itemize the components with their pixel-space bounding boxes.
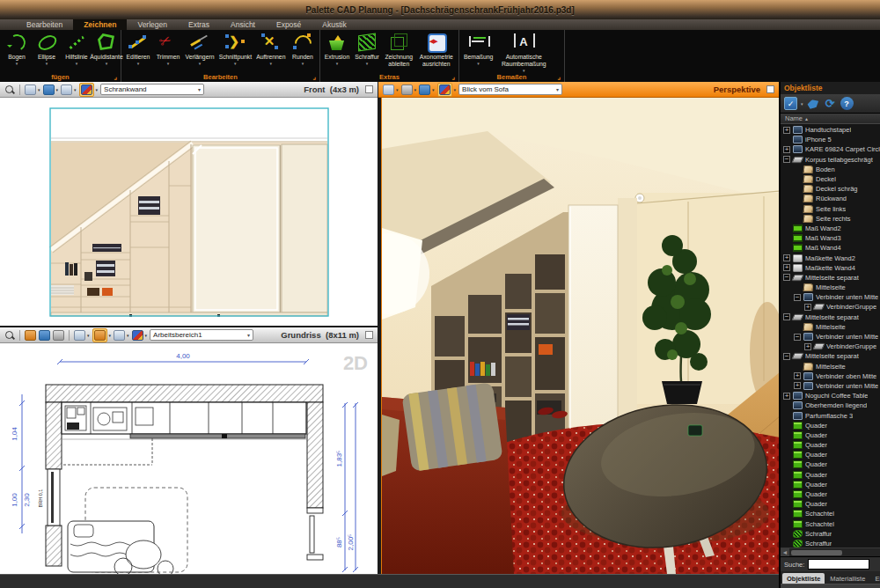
tree-item[interactable]: iPhone 5 (781, 135, 880, 144)
view-mode-icon[interactable] (383, 85, 394, 95)
chevron-down-icon[interactable]: ▾ (74, 87, 77, 92)
display-mode-icon[interactable] (401, 85, 413, 95)
ribbon-button[interactable]: Automatische Raumbemaßung ▾ (495, 30, 552, 70)
tree-item[interactable]: Rückwand (781, 194, 880, 203)
dialog-launcher-icon[interactable]: ⌟ (557, 73, 561, 81)
tree-expander[interactable]: − (783, 353, 790, 360)
tree-item[interactable]: Quader (781, 421, 880, 430)
tree-item[interactable]: Maß Wand3 (781, 233, 880, 243)
refresh-icon[interactable]: ⟳ (824, 97, 837, 110)
scrollbar-thumb[interactable] (791, 550, 842, 555)
view-mode-icon[interactable] (25, 85, 36, 95)
chevron-down-icon[interactable]: ▾ (87, 333, 90, 338)
dialog-launcher-icon[interactable]: ⌟ (451, 73, 455, 81)
tree-item[interactable]: Quader (781, 480, 880, 489)
tree-item[interactable]: + Verbinder unten Mitte (781, 381, 880, 391)
tree-item[interactable]: + Handtuchstapel (781, 125, 880, 135)
projection-icon[interactable] (61, 85, 72, 95)
tree-item[interactable]: Boden (781, 165, 880, 174)
tree-item[interactable]: Quader (781, 430, 880, 440)
tree-item[interactable]: + VerbinderGruppe (781, 342, 880, 351)
ribbon-button[interactable]: Zeichnung ableiten (382, 30, 416, 70)
tree-item[interactable]: Quader (781, 459, 880, 469)
tree-expander[interactable]: + (783, 254, 790, 261)
zoom-icon[interactable] (4, 85, 15, 95)
ribbon-button[interactable]: Axonometrie ausrichten (416, 30, 457, 70)
scroll-left-icon[interactable]: ◄ (781, 548, 789, 557)
tree-item[interactable]: − Mittelseite separat (781, 273, 880, 283)
tree-item[interactable]: − Korpus teilabgeschrägt (781, 155, 880, 165)
perspective-view-canvas[interactable] (381, 98, 779, 574)
chevron-down-icon[interactable]: ▾ (454, 87, 457, 92)
tree-expander[interactable]: − (794, 334, 801, 341)
tree-item[interactable]: − Mittelseite separat (781, 351, 880, 361)
chevron-down-icon[interactable]: ▾ (56, 87, 59, 92)
ribbon-button[interactable]: Schraffur ▾ (352, 30, 382, 70)
ribbon-button[interactable]: Trimmen ▾ (153, 30, 183, 70)
chevron-down-icon[interactable]: ▾ (38, 87, 40, 92)
tree-item[interactable]: Mittelseite (781, 362, 880, 371)
pan-icon[interactable] (39, 330, 50, 341)
tree-item[interactable]: Quader (781, 450, 880, 459)
help-icon[interactable]: ? (840, 97, 854, 110)
tree-expander[interactable]: + (804, 304, 811, 311)
dialog-launcher-icon[interactable]: ⌟ (114, 73, 117, 81)
tree-item[interactable]: + Verbinder oben Mitte (781, 371, 880, 381)
tree-expander[interactable]: − (783, 156, 790, 163)
column-header-name[interactable]: Name ▲ (781, 114, 880, 124)
projection-icon[interactable] (419, 85, 430, 95)
ribbon-button[interactable]: Bemaßung ▾ (461, 30, 495, 70)
tree-item[interactable]: − Verbinder unten Mitte (781, 332, 880, 342)
view-preset-select-plan[interactable]: Arbeitsbereich1▾ (150, 329, 253, 341)
tree-item[interactable]: Schachtel (781, 509, 880, 518)
ribbon-button[interactable]: Äquidistante ▾ (92, 30, 121, 70)
menu-tab[interactable]: Akustik (312, 19, 356, 30)
tree-expander[interactable]: + (783, 146, 790, 153)
view-preset-select-perspective[interactable]: Blick vom Sofa▾ (458, 84, 562, 95)
menu-tab[interactable]: Bearbeiten (16, 19, 73, 30)
tree-item[interactable]: Deckel (781, 174, 880, 184)
tree-item[interactable]: − Verbinder unten Mitte (781, 292, 880, 302)
tree-item[interactable]: Quader (781, 499, 880, 509)
menu-tab[interactable]: Zeichnen (73, 19, 127, 30)
menu-tab[interactable]: Ansicht (220, 19, 266, 30)
viewport-pin-checkbox[interactable] (365, 85, 373, 93)
tree-item[interactable]: Quader (781, 440, 880, 450)
ribbon-button[interactable]: Schnittpunkt ▾ (216, 30, 253, 70)
chevron-down-icon[interactable]: ▾ (432, 87, 435, 92)
layers-icon[interactable] (25, 330, 36, 341)
select-objects-icon[interactable]: ✓ (784, 97, 797, 110)
tree-item[interactable]: Mittelseite (781, 322, 880, 332)
menu-tab[interactable]: Extras (178, 19, 220, 30)
panel-tab[interactable]: Materialliste (825, 573, 869, 584)
tree-item[interactable]: + Noguchi Coffee Table (781, 391, 880, 401)
tree-item[interactable]: + Maßkette Wand2 (781, 253, 880, 262)
render-mode-icon[interactable] (81, 85, 92, 95)
zoom-icon[interactable] (4, 330, 15, 341)
tree-item[interactable]: Oberhemden liegend (781, 401, 880, 410)
projection-icon[interactable] (114, 330, 125, 341)
tag-icon[interactable] (807, 97, 820, 110)
chevron-down-icon[interactable]: ▾ (96, 87, 99, 92)
plan-view-canvas[interactable]: 2D (0, 343, 378, 574)
tree-expander[interactable]: − (794, 294, 801, 301)
tree-expander[interactable]: + (783, 127, 790, 134)
dialog-launcher-icon[interactable]: ⌟ (312, 73, 316, 81)
tree-expander[interactable]: + (783, 393, 790, 400)
tree-item[interactable]: Mittelseite (781, 283, 880, 292)
tree-item[interactable]: Schraffur (781, 529, 880, 539)
chevron-down-icon[interactable]: ▾ (109, 333, 112, 338)
tree-item[interactable]: Deckel schräg (781, 184, 880, 194)
tree-item[interactable]: + Maßkette Wand4 (781, 263, 880, 273)
tree-item[interactable]: Maß Wand4 (781, 243, 880, 253)
tree-expander[interactable]: − (783, 313, 790, 320)
horizontal-scrollbar[interactable]: ◄ (781, 548, 880, 556)
front-view-canvas[interactable] (0, 98, 378, 326)
tree-expander[interactable]: + (794, 382, 801, 389)
tree-item[interactable]: Seite rechts (781, 214, 880, 224)
tree-item[interactable]: Seite links (781, 204, 880, 214)
chevron-down-icon[interactable]: ▾ (801, 101, 803, 107)
menu-tab[interactable]: Exposé (266, 19, 312, 30)
tree-item[interactable]: Parfumflasche 3 (781, 410, 880, 420)
ribbon-button[interactable]: Runden ▾ (288, 30, 318, 70)
